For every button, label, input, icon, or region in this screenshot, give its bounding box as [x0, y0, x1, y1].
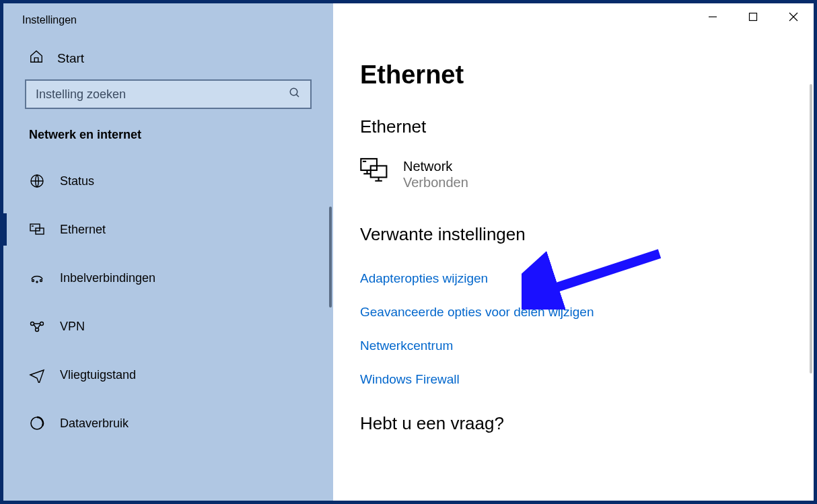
sidebar-item-dialup[interactable]: Inbelverbindingen — [3, 254, 333, 302]
sidebar-scrollbar[interactable] — [329, 207, 332, 308]
datausage-icon — [29, 415, 45, 431]
airplane-icon — [29, 367, 45, 383]
search-input[interactable] — [36, 87, 289, 102]
ethernet-icon — [29, 221, 45, 238]
home-label: Start — [57, 51, 84, 66]
sidebar-item-datausage[interactable]: Dataverbruik — [3, 399, 333, 447]
svg-rect-3 — [30, 224, 40, 231]
sidebar-item-ethernet[interactable]: Ethernet — [3, 205, 333, 254]
window-title: Instellingen — [3, 3, 333, 37]
svg-rect-14 — [750, 13, 757, 21]
search-icon — [289, 87, 301, 102]
link-advanced-sharing[interactable]: Geavanceerde opties voor delen wijzigen — [360, 295, 787, 329]
vpn-icon — [29, 318, 45, 334]
link-windows-firewall[interactable]: Windows Firewall — [360, 363, 787, 396]
minimize-button[interactable] — [692, 3, 733, 30]
link-network-center[interactable]: Netwerkcentrum — [360, 329, 787, 363]
sidebar-item-label: Inbelverbindingen — [60, 271, 155, 285]
related-heading: Verwante instellingen — [360, 217, 787, 262]
svg-line-1 — [296, 94, 299, 97]
settings-window: Instellingen Start Netwerk en internet S… — [3, 3, 814, 501]
close-button[interactable] — [773, 3, 814, 30]
svg-rect-18 — [371, 166, 387, 177]
svg-point-8 — [36, 281, 38, 283]
search-box[interactable] — [25, 79, 312, 109]
maximize-button[interactable] — [733, 3, 773, 30]
content-pane: Ethernet Ethernet Network Verbonden Verw… — [333, 3, 814, 501]
section-heading: Ethernet — [360, 110, 787, 154]
home-icon — [29, 49, 44, 67]
sidebar: Instellingen Start Netwerk en internet S… — [3, 3, 333, 501]
globe-icon — [29, 173, 45, 189]
network-name: Network — [403, 157, 468, 175]
sidebar-item-status[interactable]: Status — [3, 157, 333, 205]
svg-point-7 — [40, 280, 42, 282]
network-status: Verbonden — [403, 175, 468, 190]
category-heading: Netwerk en internet — [3, 128, 333, 157]
monitor-icon — [360, 157, 388, 186]
sidebar-item-vpn[interactable]: VPN — [3, 302, 333, 351]
window-controls — [692, 3, 814, 30]
sidebar-item-label: Ethernet — [60, 223, 106, 237]
svg-point-11 — [36, 328, 39, 332]
svg-rect-17 — [361, 159, 377, 170]
sidebar-item-label: Vliegtuigstand — [60, 368, 136, 382]
sidebar-item-airplane[interactable]: Vliegtuigstand — [3, 351, 333, 399]
svg-point-6 — [32, 280, 34, 282]
dialup-icon — [29, 270, 45, 286]
sidebar-item-label: VPN — [60, 320, 85, 334]
content-scrollbar[interactable] — [810, 84, 812, 373]
home-button[interactable]: Start — [3, 37, 333, 79]
network-item[interactable]: Network Verbonden — [360, 154, 787, 217]
question-heading: Hebt u een vraag? — [360, 396, 787, 434]
sidebar-item-label: Status — [60, 174, 94, 188]
svg-point-0 — [290, 88, 297, 96]
sidebar-item-label: Dataverbruik — [60, 417, 129, 431]
link-adapter-options[interactable]: Adapteropties wijzigen — [360, 262, 787, 295]
